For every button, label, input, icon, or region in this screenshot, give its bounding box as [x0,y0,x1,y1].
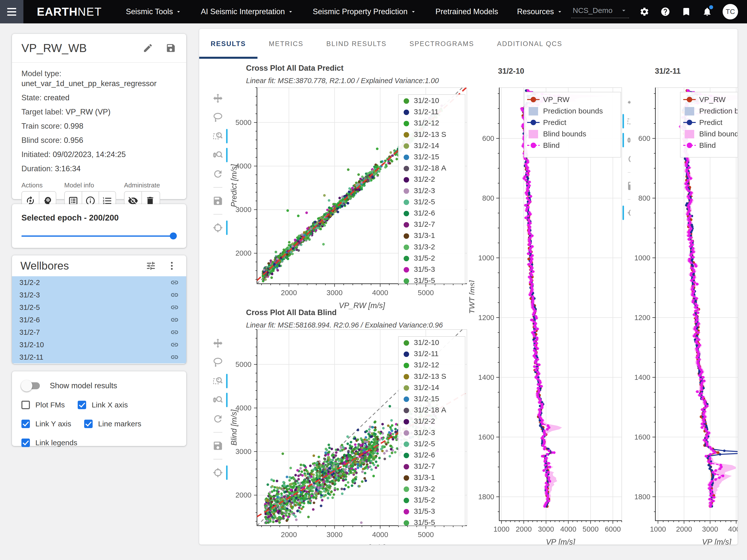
settings-icon [639,7,649,17]
toolbar-separator [213,432,222,432]
hover-tool[interactable] [212,467,224,478]
edit-icon [143,43,153,53]
crossplot-predict-canvas[interactable] [229,86,475,311]
tab-additional-qcs[interactable]: ADDITIONAL QCS [486,29,574,59]
toggle-label: Show model results [50,381,117,390]
save-tool[interactable] [212,195,224,207]
wellbore-name: 31/2-6 [20,316,40,324]
crossplot-blind-canvas[interactable] [229,327,475,544]
tab-bar: RESULTSMETRICSBLIND RESULTSSPECTROGRAMSA… [199,29,738,59]
link-icon[interactable] [170,278,179,287]
checkbox-link-y-axis[interactable]: Link Y axis [21,420,71,428]
tune-icon[interactable] [145,260,157,272]
nav-item-resources[interactable]: Resources [517,7,563,16]
refresh-icon [212,414,223,424]
lasso-icon [212,112,223,123]
checkbox-line-markers[interactable]: Line markers [84,420,141,428]
wheel-zoom-tool[interactable] [212,394,224,406]
well-log-2-canvas[interactable] [630,85,738,544]
wellbore-name: 31/2-5 [20,303,40,312]
nav-item-label: Seismic Tools [126,7,173,16]
wellbore-row-31-2-3[interactable]: 31/2-3 [12,289,186,301]
bookmark-icon [681,7,691,17]
save-icon [212,195,223,206]
wellbore-row-31-2-6[interactable]: 31/2-6 [12,314,186,326]
workspace-select[interactable]: NCS_Demo [571,5,629,18]
tab-spectrograms[interactable]: SPECTROGRAMS [398,29,486,59]
well-log-1-canvas[interactable] [474,85,624,544]
link-icon[interactable] [170,341,179,349]
wellbore-row-31-2-7[interactable]: 31/2-7 [12,326,186,339]
toolbar-separator [213,459,222,459]
hover-tool[interactable] [212,222,224,234]
link-icon[interactable] [170,328,179,337]
save-button[interactable] [165,42,177,54]
pan-tool[interactable] [212,338,224,349]
show-model-results-toggle[interactable] [21,382,40,389]
link-icon [170,341,179,349]
avatar[interactable]: TC [723,4,738,20]
chevron-down-icon [620,7,627,14]
refresh-tool[interactable] [212,413,224,425]
wellbore-name: 31/2-2 [20,278,40,287]
link-icon[interactable] [170,316,179,324]
nav-item-ai-seismic-interpretation[interactable]: AI Seismic Interpretation [201,7,294,16]
chevron-down-icon [410,8,417,15]
lasso-tool[interactable] [212,356,224,368]
pan-icon [212,93,223,104]
epoch-slider[interactable] [21,233,177,239]
settings-icon[interactable] [639,6,650,17]
lasso-icon [212,357,223,368]
pan-tool[interactable] [212,92,224,104]
nav-item-seismic-tools[interactable]: Seismic Tools [126,7,182,16]
link-icon [170,291,179,299]
crossplot-blind-title: Cross Plot All Data Blind [246,308,337,317]
box-zoom-tool[interactable] [212,375,224,387]
checkbox-plot-fms[interactable]: Plot FMs [21,401,65,409]
chevron-down-icon [287,8,294,15]
link-icon [170,353,179,362]
more-vert-icon[interactable] [166,260,178,272]
link-icon[interactable] [170,353,179,362]
wellbore-row-31-2-2[interactable]: 31/2-2 [12,276,186,289]
model-field: Initiated: 09/02/2023, 14:24:25 [21,150,177,160]
tab-results[interactable]: RESULTS [199,29,257,59]
button-group-label: Administrate [124,182,160,189]
nav-item-seismic-property-prediction[interactable]: Seismic Property Prediction [313,7,417,16]
wellbore-row-31-2-10[interactable]: 31/2-10 [12,339,186,351]
tab-metrics[interactable]: METRICS [257,29,315,59]
link-icon[interactable] [170,303,179,312]
save-icon [165,43,176,53]
nav-item-pretrained-models[interactable]: Pretrained Models [436,7,498,16]
link-icon [170,316,179,324]
hover-icon [212,467,223,478]
well-log-1-title: 31/2-10 [498,67,524,76]
toolbar-separator [213,187,222,188]
slider-thumb[interactable] [170,233,177,239]
wellbore-row-31-2-5[interactable]: 31/2-5 [12,301,186,314]
workspace-label: NCS_Demo [573,6,613,15]
wheel-zoom-tool[interactable] [212,149,224,161]
wellbores-card: Wellbores 31/2-231/2-331/2-531/2-631/2-7… [12,256,186,364]
edit-button[interactable] [142,42,154,54]
wellbore-row-31-2-11[interactable]: 31/2-11 [12,351,186,364]
chevron-down-icon [557,8,563,15]
tune-icon [146,261,156,271]
help-icon[interactable] [660,6,671,17]
menu-icon[interactable] [0,0,23,23]
box-zoom-tool[interactable] [212,130,224,142]
lasso-tool[interactable] [212,111,224,123]
bookmark-icon[interactable] [681,6,692,17]
chevron-down-icon [620,7,627,14]
save-tool[interactable] [212,440,224,452]
checkbox-link-legends[interactable]: Link legends [21,438,77,447]
checkbox-link-x-axis[interactable]: Link X axis [78,401,128,409]
tab-blind-results[interactable]: BLIND RESULTS [315,29,398,59]
refresh-tool[interactable] [212,168,224,180]
nav-item-label: Seismic Property Prediction [313,7,408,16]
link-icon[interactable] [170,291,179,299]
app-logo[interactable]: EARTHNET [37,5,102,19]
notifications-icon[interactable] [702,6,713,17]
slider-track [21,236,177,237]
model-field: Train score: 0.998 [21,121,177,131]
